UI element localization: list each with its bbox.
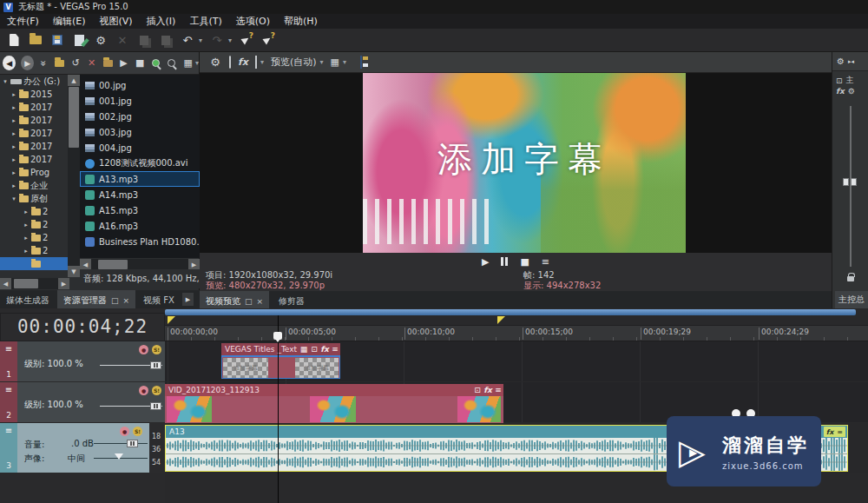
tree-item[interactable]: ▸ 2017 bbox=[0, 127, 68, 140]
favorites-icon[interactable] bbox=[102, 56, 114, 69]
expand-arrow-icon[interactable]: ▸ bbox=[23, 208, 30, 215]
expand-arrow-icon[interactable]: ▸ bbox=[10, 169, 17, 176]
track-3-strip[interactable]: ≡ 3 bbox=[0, 423, 17, 473]
file-item[interactable]: 00.jpg bbox=[80, 77, 200, 93]
stop-button[interactable]: ■ bbox=[520, 256, 529, 268]
scroll-left-icon[interactable]: ◀ bbox=[0, 278, 11, 289]
event-menu-icon[interactable]: ≡ bbox=[330, 343, 340, 355]
mute-icon[interactable]: ● bbox=[120, 427, 129, 436]
scrollbar-thumb[interactable] bbox=[98, 260, 128, 269]
transport-menu-icon[interactable]: ≡ bbox=[542, 256, 549, 268]
level-slider-handle[interactable] bbox=[150, 361, 161, 369]
bus-fx-icon[interactable]: fx bbox=[836, 87, 845, 96]
event-fx-icon[interactable]: fx bbox=[319, 343, 330, 355]
properties-gear-icon[interactable]: ⚙ bbox=[94, 33, 108, 47]
menu-item[interactable]: 工具(T) bbox=[182, 14, 228, 29]
back-icon[interactable]: ◀ bbox=[3, 56, 16, 70]
event-fx-icon[interactable]: fx bbox=[483, 384, 493, 396]
tree-item[interactable]: ▸ 2 bbox=[0, 205, 68, 218]
mute-icon[interactable]: ● bbox=[139, 345, 148, 354]
menu-item[interactable]: 编辑(E) bbox=[46, 14, 93, 29]
refresh-icon[interactable]: ↺ bbox=[70, 56, 82, 69]
tree-item[interactable]: ▸ 2 bbox=[0, 231, 68, 244]
solo-icon[interactable]: S! bbox=[133, 427, 142, 436]
track-menu-icon[interactable]: ≡ bbox=[5, 344, 12, 354]
close-icon[interactable]: × bbox=[257, 297, 264, 306]
file-item[interactable]: Business Plan HD1080.mov bbox=[80, 234, 200, 249]
file-item[interactable]: A16.mp3 bbox=[80, 218, 200, 234]
expand-arrow-icon[interactable]: ▾ bbox=[10, 195, 17, 202]
tab-video-preview[interactable]: 视频预览 □ × bbox=[200, 291, 269, 309]
mute-icon[interactable]: ● bbox=[139, 386, 148, 395]
scroll-down-icon[interactable]: ▼ bbox=[68, 266, 80, 277]
audio-event-buttons[interactable]: fx ≡ bbox=[824, 427, 845, 437]
track-header-3[interactable]: ≡ 3 ● S! 音量: .0 dB 声像: 中间 bbox=[0, 423, 165, 473]
tree-item[interactable]: ▸ 2 bbox=[0, 244, 68, 257]
tab-video-fx[interactable]: 视频 FX bbox=[137, 290, 181, 308]
undo-icon[interactable]: ↶ bbox=[181, 33, 194, 47]
auto-preview-icon[interactable] bbox=[150, 56, 161, 69]
tab-trimmer[interactable]: 修剪器 bbox=[273, 291, 311, 309]
split-screen-icon[interactable] bbox=[255, 56, 257, 68]
event-pan-crop-icon[interactable]: ⊡ bbox=[472, 384, 483, 396]
file-item[interactable]: 002.jpg bbox=[80, 109, 200, 124]
tree-item[interactable]: ▾ 原创 bbox=[0, 192, 68, 205]
menu-item[interactable]: 文件(F) bbox=[0, 14, 46, 29]
undo-dropdown-icon[interactable]: ▾ bbox=[199, 36, 202, 44]
cut-icon[interactable]: ✕ bbox=[115, 33, 129, 47]
pause-button[interactable] bbox=[501, 257, 508, 266]
split-dropdown-icon[interactable]: ▾ bbox=[260, 58, 264, 66]
mixer-gear-icon[interactable]: ⚙ bbox=[837, 56, 845, 66]
edit-cursor-line[interactable] bbox=[278, 315, 279, 503]
open-icon[interactable] bbox=[29, 33, 43, 47]
overlays-grid-icon[interactable]: ▦ bbox=[331, 56, 339, 68]
tab-media-generators[interactable]: 媒体生成器 bbox=[0, 290, 56, 308]
search-icon[interactable] bbox=[167, 56, 178, 69]
overlays-dropdown-icon[interactable]: ▾ bbox=[343, 58, 346, 66]
track-header-2[interactable]: ≡ 2 ● S! 级别: 100.0 % bbox=[0, 382, 165, 422]
tree-item[interactable]: ▸ 企业 bbox=[0, 179, 68, 192]
timeline-zoom-scrollbar[interactable] bbox=[165, 309, 856, 315]
meter-box-icon[interactable]: ⊡ bbox=[836, 76, 843, 85]
preview-quality-label[interactable]: 预览(自动) bbox=[271, 56, 317, 69]
play-button[interactable]: ▶ bbox=[482, 256, 489, 268]
restore-icon[interactable]: □ bbox=[111, 296, 119, 305]
tree-horizontal-scrollbar[interactable]: ◀ ▶ bbox=[0, 278, 69, 289]
expand-arrow-icon[interactable]: ▸ bbox=[10, 91, 17, 98]
pan-slider[interactable] bbox=[94, 458, 148, 459]
quality-dropdown-icon[interactable]: ▾ bbox=[320, 58, 324, 66]
event-pan-crop-icon[interactable]: ⊡ bbox=[309, 343, 319, 355]
solo-icon[interactable]: S! bbox=[152, 345, 161, 354]
views-dropdown-icon[interactable]: ▾ bbox=[195, 59, 199, 67]
timecode-display[interactable]: 00:00:04;22 bbox=[0, 313, 165, 341]
forward-icon[interactable]: ▶ bbox=[21, 56, 34, 70]
scroll-right-icon[interactable]: ▶ bbox=[58, 278, 69, 289]
scrollbar-thumb[interactable] bbox=[14, 279, 38, 288]
file-item[interactable]: 003.jpg bbox=[80, 124, 200, 140]
tree-item[interactable]: ▸ 2017 bbox=[0, 153, 68, 166]
project-properties-gear-icon[interactable]: ⚙ bbox=[208, 56, 222, 69]
new-project-icon[interactable] bbox=[7, 33, 21, 47]
video-output-fx-icon[interactable]: fx bbox=[238, 56, 248, 68]
expand-arrow-icon[interactable]: ▸ bbox=[23, 222, 30, 228]
level-slider[interactable] bbox=[100, 365, 162, 366]
start-preview-icon[interactable]: ▶ bbox=[118, 56, 129, 69]
interactive-tutorials-icon[interactable] bbox=[240, 33, 253, 47]
up-level-icon[interactable]: » bbox=[38, 58, 50, 68]
new-folder-icon[interactable] bbox=[54, 56, 65, 69]
file-item[interactable]: A13.mp3 bbox=[80, 171, 200, 187]
render-as-icon[interactable] bbox=[72, 33, 86, 47]
tree-item[interactable]: ▸ 2017 bbox=[0, 101, 68, 114]
copy-icon[interactable] bbox=[137, 33, 151, 47]
volume-slider[interactable] bbox=[94, 443, 148, 444]
solo-icon[interactable]: S! bbox=[152, 386, 161, 395]
pan-slider-handle[interactable] bbox=[115, 453, 123, 460]
tab-explorer[interactable]: 资源管理器 □ × bbox=[57, 290, 135, 308]
track-2-strip[interactable]: ≡ 2 bbox=[0, 382, 17, 422]
tree-item[interactable]: ▸ 2017 bbox=[0, 140, 68, 153]
loop-region-start-marker[interactable] bbox=[168, 316, 175, 324]
track-menu-icon[interactable]: ≡ bbox=[5, 385, 12, 394]
expand-arrow-icon[interactable]: ▾ bbox=[2, 78, 9, 85]
menu-item[interactable]: 选项(O) bbox=[229, 14, 277, 29]
tree-item[interactable]: ▾ 办公 (G:) bbox=[0, 75, 68, 88]
